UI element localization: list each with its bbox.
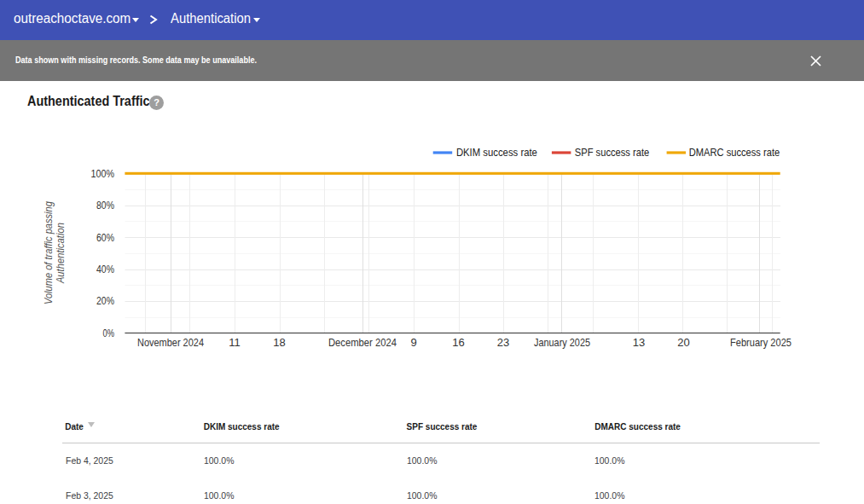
svg-text:20%: 20% [96,294,114,307]
svg-text:18: 18 [273,336,285,349]
svg-text:SPF success rate: SPF success rate [575,146,650,159]
svg-text:0%: 0% [103,327,115,339]
svg-text:13: 13 [633,336,645,349]
svg-text:February 2025: February 2025 [730,336,792,349]
svg-text:DKIM success rate: DKIM success rate [456,146,537,159]
svg-text:100%: 100% [91,167,115,180]
svg-text:16: 16 [452,336,464,349]
svg-text:60%: 60% [96,231,114,244]
svg-text:20: 20 [677,336,689,349]
svg-text:November 2024: November 2024 [137,336,204,349]
svg-text:80%: 80% [96,199,114,211]
svg-text:23: 23 [497,336,509,349]
svg-text:9: 9 [410,336,416,349]
svg-text:11: 11 [229,336,241,349]
svg-text:Authentication: Authentication [54,223,67,284]
svg-text:December 2024: December 2024 [328,336,397,349]
svg-text:January 2025: January 2025 [534,336,590,349]
svg-text:Volume of traffic passing: Volume of traffic passing [42,200,55,304]
svg-text:DMARC success rate: DMARC success rate [689,146,780,159]
svg-text:40%: 40% [96,263,114,275]
